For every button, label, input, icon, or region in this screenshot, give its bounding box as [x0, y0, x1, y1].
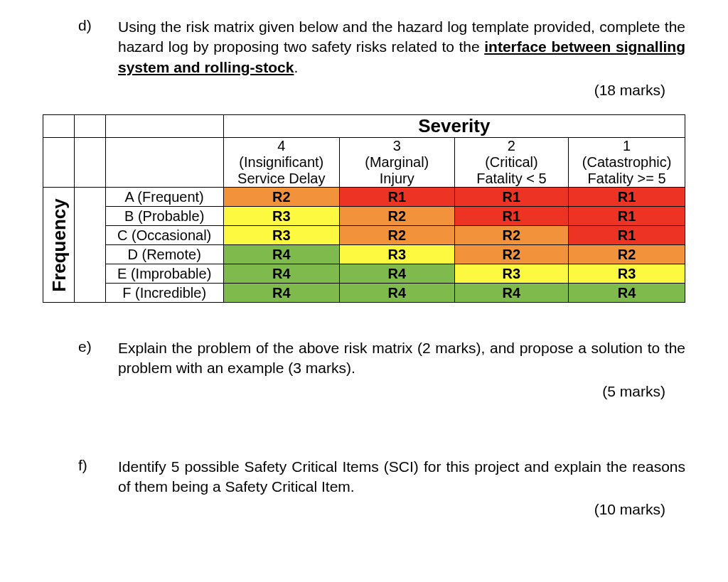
- risk-cell: R4: [454, 284, 569, 303]
- risk-cell: R1: [339, 188, 454, 207]
- risk-cell: R1: [569, 188, 685, 207]
- severity-header-row: 4 (Insignificant) Service Delay 3 (Margi…: [43, 138, 685, 188]
- risk-cell: R2: [569, 245, 685, 264]
- matrix-row-c: C (Occasional) R3 R2 R2 R1: [43, 226, 685, 245]
- risk-cell: R4: [223, 284, 339, 303]
- risk-cell: R4: [223, 264, 339, 284]
- risk-cell: R4: [569, 284, 685, 303]
- question-f: f) Identify 5 possible Safety Critical I…: [43, 457, 685, 497]
- matrix-row-d: D (Remote) R4 R3 R2 R2: [43, 245, 685, 264]
- question-e-text: Explain the problem of the above risk ma…: [118, 338, 685, 379]
- freq-row-label: C (Occasional): [105, 226, 223, 245]
- risk-cell: R2: [223, 188, 339, 207]
- severity-col-detail: Injury: [340, 171, 454, 187]
- severity-col-detail: Fatality < 5: [455, 171, 569, 187]
- severity-col-label: (Insignificant): [224, 154, 339, 171]
- risk-matrix: Severity 4 (Insignificant) Service Delay…: [43, 114, 685, 303]
- blank-cell: [105, 138, 223, 188]
- risk-cell: R2: [454, 245, 569, 264]
- freq-row-label: F (Incredible): [105, 284, 223, 303]
- risk-cell: R3: [454, 264, 569, 284]
- freq-row-label: E (Improbable): [105, 264, 223, 284]
- severity-col-num: 3: [340, 138, 454, 154]
- question-e-marks: (5 marks): [43, 383, 685, 400]
- question-d-text-post: .: [294, 59, 298, 75]
- blank-cell: [105, 115, 223, 138]
- blank-cell: [75, 115, 105, 138]
- question-e-letter: e): [43, 338, 118, 379]
- severity-col-detail: Fatality >= 5: [569, 171, 685, 187]
- question-d-letter: d): [43, 17, 118, 77]
- question-d-text: Using the risk matrix given below and th…: [118, 17, 685, 77]
- question-f-letter: f): [43, 457, 118, 497]
- severity-col-num: 2: [455, 138, 569, 154]
- risk-cell: R4: [223, 245, 339, 264]
- question-f-text: Identify 5 possible Safety Critical Item…: [118, 457, 685, 497]
- risk-cell: R2: [339, 207, 454, 226]
- risk-cell: R2: [339, 226, 454, 245]
- severity-col-label: (Marginal): [340, 154, 454, 171]
- blank-cell: [43, 138, 75, 188]
- risk-cell: R1: [569, 207, 685, 226]
- frequency-title-cell: Frequency: [43, 188, 75, 303]
- blank-cell: [75, 138, 105, 188]
- question-d: d) Using the risk matrix given below and…: [43, 17, 685, 77]
- matrix-row-f: F (Incredible) R4 R4 R4 R4: [43, 284, 685, 303]
- risk-cell: R4: [339, 284, 454, 303]
- risk-cell: R3: [223, 207, 339, 226]
- frequency-title: Frequency: [48, 198, 70, 292]
- matrix-row-b: B (Probable) R3 R2 R1 R1: [43, 207, 685, 226]
- matrix-row-e: E (Improbable) R4 R4 R3 R3: [43, 264, 685, 284]
- severity-col-num: 4: [224, 138, 339, 154]
- severity-title-row: Severity: [43, 115, 685, 138]
- blank-cell: [43, 115, 75, 138]
- severity-col-label: (Catastrophic): [569, 154, 685, 171]
- freq-row-label: B (Probable): [105, 207, 223, 226]
- risk-cell: R3: [569, 264, 685, 284]
- blank-cell: [75, 188, 105, 303]
- severity-col-num: 1: [569, 138, 685, 154]
- question-e: e) Explain the problem of the above risk…: [43, 338, 685, 379]
- severity-col-label: (Critical): [455, 154, 569, 171]
- severity-col-detail: Service Delay: [224, 171, 339, 187]
- risk-cell: R3: [223, 226, 339, 245]
- page: d) Using the risk matrix given below and…: [0, 0, 728, 582]
- question-f-marks: (10 marks): [43, 501, 685, 518]
- severity-col-4: 4 (Insignificant) Service Delay: [223, 138, 339, 188]
- risk-matrix-table: Severity 4 (Insignificant) Service Delay…: [43, 114, 685, 303]
- severity-title: Severity: [223, 115, 685, 138]
- severity-col-3: 3 (Marginal) Injury: [339, 138, 454, 188]
- freq-row-label: A (Frequent): [105, 188, 223, 207]
- question-d-marks: (18 marks): [43, 82, 685, 99]
- freq-row-label: D (Remote): [105, 245, 223, 264]
- risk-cell: R1: [454, 188, 569, 207]
- risk-cell: R4: [339, 264, 454, 284]
- severity-col-1: 1 (Catastrophic) Fatality >= 5: [569, 138, 685, 188]
- matrix-row-a: Frequency A (Frequent) R2 R1 R1 R1: [43, 188, 685, 207]
- risk-cell: R1: [454, 207, 569, 226]
- risk-cell: R2: [454, 226, 569, 245]
- risk-cell: R1: [569, 226, 685, 245]
- severity-col-2: 2 (Critical) Fatality < 5: [454, 138, 569, 188]
- risk-cell: R3: [339, 245, 454, 264]
